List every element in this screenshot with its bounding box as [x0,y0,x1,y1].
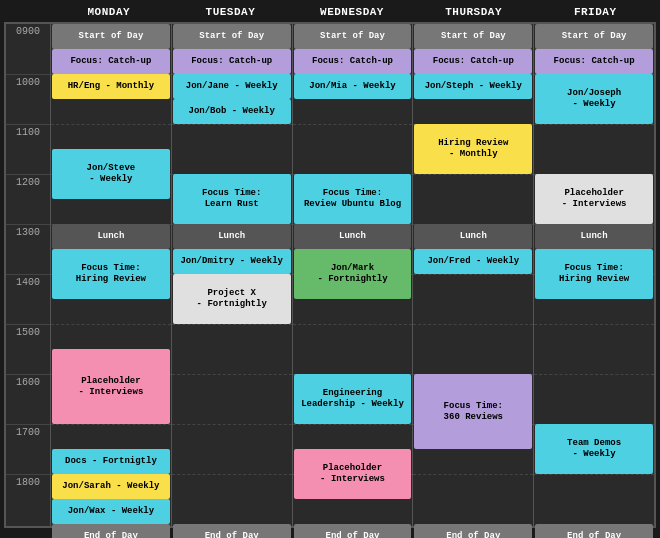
header-monday: MONDAY [48,4,170,20]
time-1300: 1300 [6,224,50,274]
event-focus-time--review-ubuntu-blog[interactable]: Focus Time: Review Ubuntu Blog [294,174,412,224]
day-col-monday: Start of DayFocus: Catch-upHR/Eng - Mont… [50,24,171,526]
event-jon-sarah---weekly[interactable]: Jon/Sarah - Weekly [52,474,170,499]
event-jon-joseph---weekly[interactable]: Jon/Joseph - Weekly [535,74,653,124]
grid-container: 0900 1000 1100 1200 1300 1400 1500 1600 … [4,22,656,528]
day-col-wednesday: Start of DayFocus: Catch-upJon/Mia - Wee… [292,24,413,526]
header-tuesday: TUESDAY [170,4,292,20]
time-1800: 1800 [6,474,50,524]
event-lunch[interactable]: Lunch [294,224,412,249]
event-placeholder---interviews[interactable]: Placeholder - Interviews [294,449,412,499]
time-column: 0900 1000 1100 1200 1300 1400 1500 1600 … [6,24,50,526]
time-slot [172,124,292,174]
time-1500: 1500 [6,324,50,374]
event-jon-wax---weekly[interactable]: Jon/Wax - Weekly [52,499,170,524]
event-jon-bob---weekly[interactable]: Jon/Bob - Weekly [173,99,291,124]
event-focus-time--hiring-review[interactable]: Focus Time: Hiring Review [52,249,170,299]
event-lunch[interactable]: Lunch [52,224,170,249]
time-slot [534,324,654,374]
time-slot [293,124,413,174]
time-0900: 0900 [6,24,50,74]
event-start-of-day[interactable]: Start of Day [535,24,653,49]
event-end-of-day[interactable]: End of Day [414,524,532,538]
event-start-of-day[interactable]: Start of Day [294,24,412,49]
event-end-of-day[interactable]: End of Day [294,524,412,538]
event-focus-time--hiring-review[interactable]: Focus Time: Hiring Review [535,249,653,299]
event-jon-jane---weekly[interactable]: Jon/Jane - Weekly [173,74,291,99]
day-col-friday: Start of DayFocus: Catch-upJon/Joseph - … [533,24,654,526]
header-row: MONDAY TUESDAY WEDNESDAY THURSDAY FRIDAY [4,4,656,20]
header-friday: FRIDAY [534,4,656,20]
event-start-of-day[interactable]: Start of Day [414,24,532,49]
event-end-of-day[interactable]: End of Day [173,524,291,538]
time-slot [534,474,654,524]
event-focus-time--learn-rust[interactable]: Focus Time: Learn Rust [173,174,291,224]
event-project-x---fortnightly[interactable]: Project X - Fortnightly [173,274,291,324]
event-focus-time--360-reviews[interactable]: Focus Time: 360 Reviews [414,374,532,449]
time-1600: 1600 [6,374,50,424]
time-slot [172,424,292,474]
header-thursday: THURSDAY [413,4,535,20]
event-start-of-day[interactable]: Start of Day [52,24,170,49]
event-lunch[interactable]: Lunch [535,224,653,249]
time-slot [534,124,654,174]
time-slot [413,474,533,524]
event-hiring-review---monthly[interactable]: Hiring Review - Monthly [414,124,532,174]
event-jon-steph---weekly[interactable]: Jon/Steph - Weekly [414,74,532,99]
event-end-of-day[interactable]: End of Day [52,524,170,538]
time-1200: 1200 [6,174,50,224]
header-wednesday: WEDNESDAY [291,4,413,20]
event-focus--catch-up[interactable]: Focus: Catch-up [52,49,170,74]
time-slot [172,374,292,424]
event-focus--catch-up[interactable]: Focus: Catch-up [173,49,291,74]
event-engineering-leadership---weekly[interactable]: Engineering Leadership - Weekly [294,374,412,424]
time-slot [293,324,413,374]
time-1000: 1000 [6,74,50,124]
day-col-thursday: Start of DayFocus: Catch-upJon/Steph - W… [412,24,533,526]
time-slot [172,324,292,374]
time-slot [413,274,533,324]
event-placeholder---interviews[interactable]: Placeholder - Interviews [535,174,653,224]
time-1400: 1400 [6,274,50,324]
event-end-of-day[interactable]: End of Day [535,524,653,538]
event-jon-steve---weekly[interactable]: Jon/Steve - Weekly [52,149,170,199]
event-docs---fortnigtly[interactable]: Docs - Fortnigtly [52,449,170,474]
event-lunch[interactable]: Lunch [414,224,532,249]
event-focus--catch-up[interactable]: Focus: Catch-up [294,49,412,74]
event-start-of-day[interactable]: Start of Day [173,24,291,49]
event-hr-eng---monthly[interactable]: HR/Eng - Monthly [52,74,170,99]
event-lunch[interactable]: Lunch [173,224,291,249]
event-team-demos---weekly[interactable]: Team Demos - Weekly [535,424,653,474]
event-jon-fred---weekly[interactable]: Jon/Fred - Weekly [414,249,532,274]
event-focus--catch-up[interactable]: Focus: Catch-up [535,49,653,74]
time-slot [534,374,654,424]
event-focus--catch-up[interactable]: Focus: Catch-up [414,49,532,74]
time-1100: 1100 [6,124,50,174]
event-jon-dmitry---weekly[interactable]: Jon/Dmitry - Weekly [173,249,291,274]
day-col-tuesday: Start of DayFocus: Catch-upJon/Jane - We… [171,24,292,526]
time-slot [172,474,292,524]
time-1700: 1700 [6,424,50,474]
event-placeholder---interviews[interactable]: Placeholder - Interviews [52,349,170,424]
event-jon-mia---weekly[interactable]: Jon/Mia - Weekly [294,74,412,99]
time-slot [413,324,533,374]
calendar-wrapper: MONDAY TUESDAY WEDNESDAY THURSDAY FRIDAY… [0,0,660,538]
time-slot [413,174,533,224]
event-jon-mark---fortnightly[interactable]: Jon/Mark - Fortnightly [294,249,412,299]
time-corner [4,4,48,20]
